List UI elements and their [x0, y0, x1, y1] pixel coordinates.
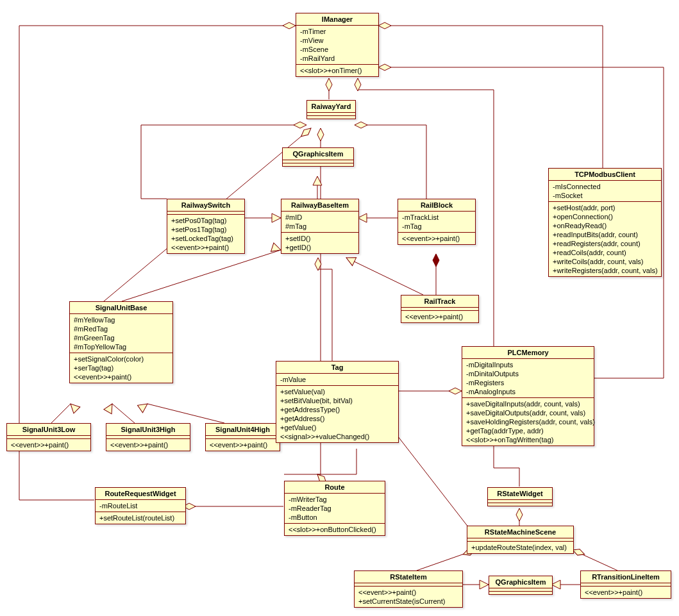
title: RStateWidget: [488, 488, 552, 500]
attrs: -mTrackList-mTag: [398, 212, 475, 233]
member-row: <<event>>+paint(): [585, 588, 667, 597]
ops: <<event>>+paint(): [581, 587, 671, 598]
member-row: -mView: [300, 36, 374, 45]
class-SignalUnitBase: SignalUnitBase #mYellowTag#mRedTag#mGree…: [69, 301, 173, 383]
svg-marker-14: [315, 258, 321, 271]
title: RailwaySwitch: [167, 199, 244, 212]
class-RStateMachineScene: RStateMachineScene +updateRouteState(ind…: [467, 526, 574, 554]
title: RaiwayYard: [307, 101, 355, 113]
member-row: #mRedTag: [74, 324, 169, 333]
class-RaiwayYard: RaiwayYard: [306, 100, 356, 119]
ops: <<slot>>+onButtonClicked(): [285, 524, 385, 535]
svg-marker-0: [326, 78, 332, 91]
svg-marker-11: [358, 213, 367, 222]
ops: +setSignalColor(color)+serTag(tag)<<even…: [70, 353, 172, 383]
member-row: +writeRegisters(addr, count, vals): [553, 266, 657, 275]
attrs: -mWriterTag-mReaderTag-mButton: [285, 494, 385, 524]
svg-marker-1: [378, 22, 391, 29]
svg-marker-16: [67, 401, 80, 413]
class-Tag: Tag -mValue +setValue(val)+setBitValue(b…: [276, 361, 399, 443]
svg-marker-8: [317, 128, 324, 141]
member-row: -mWriterTag: [289, 495, 381, 504]
class-SignalUnit3High: SignalUnit3High <<event>>+paint(): [106, 423, 190, 451]
svg-marker-19: [449, 388, 462, 394]
member-row: <<event>>+paint(): [11, 440, 87, 449]
member-row: +saveHoldingRegisters(addr, count, vals): [466, 417, 590, 426]
ops: <<event>>+paint(): [401, 311, 478, 322]
ops: +setRouteList(routeList): [96, 512, 185, 524]
title: Route: [285, 481, 385, 494]
ops: +setHost(addr, port)+openConnection()+on…: [549, 202, 661, 276]
ops: +setValue(val)+setBitValue(bit, bitVal)+…: [276, 386, 398, 442]
svg-marker-9: [313, 176, 322, 185]
attrs: #mYellowTag#mRedTag#mGreenTag#mTopYellow…: [70, 314, 172, 353]
member-row: -mTag: [402, 222, 471, 231]
member-row: +getID(): [285, 243, 355, 252]
member-row: #mGreenTag: [74, 333, 169, 342]
class-QGraphicsItem: QGraphicsItem: [282, 147, 354, 167]
class-QGraphicsItem2: QGraphicsItem: [489, 576, 553, 595]
member-row: -mButton: [289, 513, 381, 522]
member-row: -mScene: [300, 45, 374, 54]
member-row: +getValue(): [280, 423, 394, 432]
ops: <<event>>+paint()+setCurrentState(isCurr…: [355, 587, 462, 607]
attrs: -mTimer-mView-mScene-mRailYard: [296, 26, 378, 65]
diagram-canvas: IManager -mTimer-mView-mScene-mRailYard …: [0, 0, 679, 616]
svg-marker-27: [551, 580, 560, 589]
member-row: #mID: [285, 213, 355, 222]
member-row: <<signal>>+valueChanged(): [280, 432, 394, 441]
member-row: +saveDigitalOutputs(addr, count, vals): [466, 408, 590, 417]
ops: <<slot>>+onTimer(): [296, 65, 378, 76]
ops: +saveDigitalInputs(addr, count, vals)+sa…: [462, 398, 594, 445]
title: RStateItem: [355, 571, 462, 583]
member-row: +serTag(tag): [74, 363, 169, 372]
class-RailTrack: RailTrack <<event>>+paint(): [401, 295, 479, 323]
title: RStateMachineScene: [467, 526, 573, 538]
member-row: +setLockedTag(tag): [171, 234, 240, 243]
class-SignalUnit3Low: SignalUnit3Low <<event>>+paint(): [6, 423, 91, 451]
title: SignalUnit4High: [206, 424, 280, 436]
title: Tag: [276, 362, 398, 374]
member-row: +setPos0Tag(tag): [171, 216, 240, 225]
svg-marker-2: [378, 64, 391, 71]
member-row: -mRegisters: [466, 378, 590, 387]
svg-marker-3: [283, 22, 296, 29]
member-row: +setHost(addr, port): [553, 203, 657, 212]
member-row: +writeCoils(addr, count, vals): [553, 257, 657, 266]
member-row: #mYellowTag: [74, 315, 169, 324]
member-row: <<event>>+paint(): [402, 234, 471, 243]
member-row: <<event>>+paint(): [171, 243, 240, 252]
member-row: <<event>>+paint(): [110, 440, 186, 449]
member-row: <<slot>>+onTagWritten(tag): [466, 435, 590, 444]
member-row: <<event>>+paint(): [405, 312, 474, 321]
svg-marker-10: [272, 213, 281, 222]
class-RailwayBaseItem: RailwayBaseItem #mID#mTag +setID()+getID…: [281, 199, 359, 254]
member-row: -mSocket: [553, 191, 657, 200]
ops: +setID()+getID(): [281, 233, 358, 253]
member-row: +updateRouteState(index, val): [471, 543, 569, 552]
title: QGraphicsItem: [283, 148, 353, 160]
member-row: <<slot>>+onButtonClicked(): [289, 525, 381, 534]
member-row: -mValue: [280, 375, 394, 384]
svg-marker-4: [355, 78, 361, 91]
svg-marker-18: [138, 400, 150, 412]
member-row: -mReaderTag: [289, 504, 381, 513]
class-PLCMemory: PLCMemory -mDigitalInputs-mDinitalOutput…: [462, 346, 594, 446]
class-RStateItem: RStateItem <<event>>+paint()+setCurrentS…: [354, 570, 463, 608]
svg-marker-17: [104, 402, 116, 414]
member-row: +openConnection(): [553, 212, 657, 221]
attrs: #mID#mTag: [281, 212, 358, 233]
member-row: -mAnalogInputs: [466, 387, 590, 396]
member-row: +readCoils(addr, count): [553, 248, 657, 257]
attrs: -mDigitalInputs-mDinitalOutputs-mRegiste…: [462, 359, 594, 398]
member-row: +setCurrentState(isCurrent): [358, 597, 458, 606]
title: SignalUnit3Low: [7, 424, 90, 436]
member-row: +getTag(addrType, addr): [466, 426, 590, 435]
member-row: +getAddressType(): [280, 405, 394, 414]
member-row: -mIsConnected: [553, 182, 657, 191]
class-Route: Route -mWriterTag-mReaderTag-mButton <<s…: [284, 481, 385, 536]
member-row: <<event>>+paint(): [358, 588, 458, 597]
member-row: +getAddress(): [280, 414, 394, 423]
member-row: -mTrackList: [402, 213, 471, 222]
ops: <<event>>+paint(): [106, 439, 190, 451]
